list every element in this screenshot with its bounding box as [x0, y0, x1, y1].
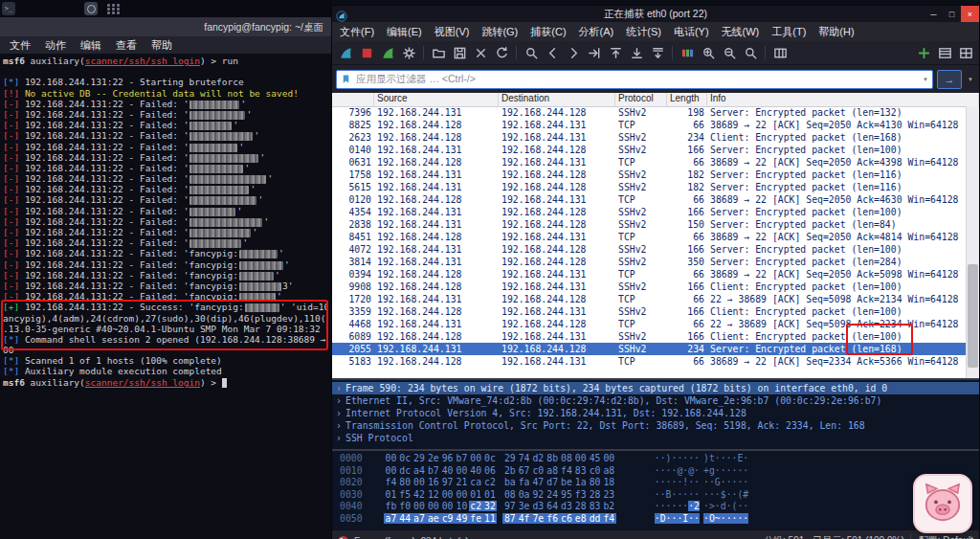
zoom-reset-icon[interactable]: [741, 43, 760, 62]
expand-arrow-icon[interactable]: ›: [332, 420, 345, 431]
maximize-button[interactable]: □: [943, 6, 961, 22]
hex-bytes[interactable]: 01f5421200000101080a922495f32823: [384, 489, 616, 502]
packet-row[interactable]: 0120192.168.244.128192.168.244.131TCP663…: [332, 193, 967, 206]
packet-row[interactable]: 9908192.168.244.128192.168.244.131SSHv21…: [332, 281, 967, 293]
detail-row[interactable]: ›Frame 590: 234 bytes on wire (1872 bits…: [332, 382, 979, 394]
menu-item-9[interactable]: 工具(T): [771, 25, 806, 39]
go-to-packet-icon[interactable]: [585, 43, 604, 62]
menu-item-8[interactable]: 无线(W): [722, 25, 760, 39]
expand-arrow-icon[interactable]: ›: [332, 408, 345, 418]
menu-item-4[interactable]: 捕获(C): [530, 25, 566, 39]
hex-ascii[interactable]: ····@·@·+g······: [655, 465, 749, 478]
packet-row[interactable]: 7396192.168.244.131192.168.244.128SSHv21…: [332, 106, 967, 119]
hex-bytes[interactable]: 000c292e96b7000c2974d28b08004500: [384, 453, 616, 465]
menu-item-0[interactable]: 文件(F): [340, 25, 374, 39]
terminal-app-icon[interactable]: >_: [2, 2, 15, 15]
capture-stop-icon[interactable]: [357, 43, 376, 62]
detail-row[interactable]: ›Ethernet II, Src: VMware_74:d2:8b (00:0…: [332, 394, 979, 407]
menu-item-7[interactable]: 电话(Y): [674, 25, 709, 39]
hex-bytes[interactable]: 00dca4b7400040062b67c0a8f483c0a8: [384, 465, 616, 478]
zoom-out-icon[interactable]: [720, 43, 739, 62]
menu-item-1[interactable]: 编辑(E): [387, 25, 422, 39]
camera-icon[interactable]: [84, 2, 98, 15]
menu-item-10[interactable]: 帮助(H): [818, 25, 854, 39]
terminal-titlebar[interactable]: fancypig@fancypig: ~/桌面: [0, 17, 331, 36]
hex-ascii[interactable]: ··)·····)t····E·: [655, 453, 749, 465]
hex-bytes[interactable]: fbf000000010c232973ed364d32883b2: [384, 501, 616, 513]
terminal-menu-item-4[interactable]: 帮助: [151, 38, 172, 53]
terminal-menu-item-3[interactable]: 查看: [116, 38, 137, 53]
autoscroll-icon[interactable]: [648, 43, 667, 62]
go-first-icon[interactable]: [606, 43, 625, 62]
find-packet-icon[interactable]: [522, 43, 541, 62]
packet-row[interactable]: 6089192.168.244.128192.168.244.131SSHv21…: [332, 330, 967, 343]
close-button[interactable]: ×: [961, 6, 979, 22]
menu-item-3[interactable]: 跳转(G): [481, 25, 518, 39]
packet-row[interactable]: 5615192.168.244.131192.168.244.128SSHv21…: [332, 181, 967, 193]
hex-ascii[interactable]: ·····!····G·····: [655, 477, 749, 489]
colorize-icon[interactable]: [678, 43, 697, 62]
packet-row[interactable]: 3814192.168.244.131192.168.244.128SSHv23…: [332, 256, 967, 268]
hex-row[interactable]: 0020f48000169721cac2bafa47d7be1a8018····…: [332, 477, 979, 489]
detail-row[interactable]: ›Transmission Control Protocol, Src Port…: [332, 419, 979, 432]
packet-row[interactable]: 0140192.168.244.131192.168.244.128SSHv21…: [332, 144, 967, 156]
go-forward-icon[interactable]: [564, 43, 583, 62]
packet-row[interactable]: 2623192.168.244.128192.168.244.131SSHv22…: [332, 131, 967, 144]
capture-restart-icon[interactable]: [378, 43, 397, 62]
display-filter-input[interactable]: 应用显示过滤器 … <Ctrl-/> ▼: [336, 70, 933, 89]
packet-row[interactable]: 4468192.168.244.131192.168.244.128TCP662…: [332, 318, 967, 330]
hex-bytes[interactable]: a744a7aec949fe11874f7ef6c6e8ddf4: [384, 513, 616, 526]
packet-row[interactable]: 4072192.168.244.131192.168.244.128SSHv21…: [332, 243, 967, 256]
apply-filter-button[interactable]: →: [937, 70, 962, 89]
terminal-menu-item-2[interactable]: 编辑: [80, 38, 101, 53]
terminal-content[interactable]: msf6 auxiliary(scanner/ssh/ssh_login) > …: [0, 54, 331, 539]
status-profile[interactable]: 配置: Default: [910, 534, 973, 539]
packet-row[interactable]: 1720192.168.244.131192.168.244.128TCP662…: [332, 293, 967, 305]
packet-row[interactable]: 3359192.168.244.128192.168.244.131SSHv21…: [332, 305, 967, 318]
packet-row[interactable]: 5183192.168.244.128192.168.244.131TCP663…: [332, 355, 967, 368]
hex-row[interactable]: 001000dca4b7400040062b67c0a8f483c0a8····…: [332, 465, 979, 478]
reload-icon[interactable]: [492, 43, 511, 62]
terminal-menu-item-1[interactable]: 动作: [45, 38, 66, 53]
zoom-in-icon[interactable]: [699, 43, 718, 62]
filter-expression-icon[interactable]: ▼: [966, 77, 975, 82]
go-last-icon[interactable]: [627, 43, 646, 62]
hex-row[interactable]: 003001f5421200000101080a922495f32823··B·…: [332, 489, 979, 502]
hex-row[interactable]: 0040fbf000000010c232973ed364d32883b2····…: [332, 501, 979, 513]
packet-row[interactable]: 0631192.168.244.128192.168.244.131TCP663…: [332, 156, 967, 168]
capture-options-icon[interactable]: [399, 43, 418, 62]
save-file-icon[interactable]: [450, 43, 469, 62]
packet-row[interactable]: 8451192.168.244.128192.168.244.131TCP663…: [332, 231, 967, 243]
detail-row[interactable]: ›Internet Protocol Version 4, Src: 192.1…: [332, 407, 979, 419]
hex-ascii[interactable]: ··B········$··(#: [655, 489, 749, 502]
table-1-icon[interactable]: [935, 43, 954, 62]
packet-list-scrollbar[interactable]: [966, 106, 979, 378]
packet-row[interactable]: 4354192.168.244.131192.168.244.128SSHv21…: [332, 206, 967, 218]
hex-ascii[interactable]: ·D···I···O~·····: [655, 513, 749, 526]
scrollbar-thumb[interactable]: [968, 264, 978, 368]
packet-row[interactable]: 1758192.168.244.131192.168.244.128SSHv21…: [332, 168, 967, 181]
packet-list-header[interactable]: Source Destination Protocol Length Info: [332, 93, 979, 107]
bookmark-icon[interactable]: [341, 74, 351, 84]
expand-arrow-icon[interactable]: ›: [332, 383, 345, 393]
column-time[interactable]: [332, 93, 374, 106]
wireshark-titlebar[interactable]: 正在捕获 eth0 (port 22) ─ □ ×: [332, 6, 979, 22]
close-file-icon[interactable]: [471, 43, 490, 62]
column-source[interactable]: Source: [374, 93, 499, 106]
apps-grid-icon[interactable]: [107, 2, 121, 15]
packet-row[interactable]: 8825192.168.244.128192.168.244.131TCP663…: [332, 119, 967, 131]
terminal-menu-item-0[interactable]: 文件: [10, 38, 31, 53]
column-destination[interactable]: Destination: [499, 93, 615, 106]
hex-ascii[interactable]: ·······2·>·d·(··: [655, 501, 749, 513]
plus-button-icon[interactable]: [914, 43, 933, 62]
capture-start-icon[interactable]: [336, 43, 355, 62]
hex-bytes[interactable]: f48000169721cac2bafa47d7be1a8018: [384, 477, 616, 489]
detail-row[interactable]: ›SSH Protocol: [332, 432, 979, 444]
packet-row[interactable]: 0394192.168.244.128192.168.244.131TCP663…: [332, 268, 967, 281]
menu-item-2[interactable]: 视图(V): [434, 25, 470, 39]
minimize-button[interactable]: ─: [924, 6, 943, 22]
expert-info-icon[interactable]: [338, 536, 348, 539]
column-info[interactable]: Info: [707, 93, 979, 106]
table-2-icon[interactable]: [956, 43, 975, 62]
hex-row[interactable]: 0050a744a7aec949fe11874f7ef6c6e8ddf4·D··…: [332, 513, 979, 526]
